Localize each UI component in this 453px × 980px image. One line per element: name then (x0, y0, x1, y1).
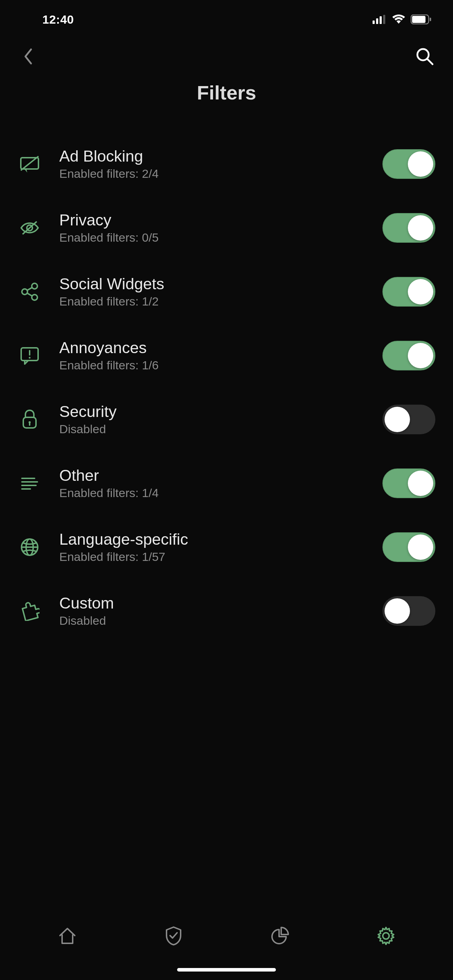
alert-bubble-icon (17, 344, 41, 368)
filter-subtitle: Enabled filters: 1/2 (59, 294, 382, 308)
toggle-ad-blocking[interactable] (382, 149, 436, 179)
cellular-icon (373, 15, 387, 24)
globe-icon (17, 535, 41, 559)
filter-title: Other (59, 466, 382, 485)
toggle-custom[interactable] (382, 596, 436, 626)
status-indicators (373, 14, 432, 24)
svg-line-17 (27, 293, 32, 296)
toggle-other[interactable] (382, 468, 436, 498)
pie-chart-icon (270, 927, 289, 945)
filter-title: Custom (59, 594, 382, 612)
toggle-language-specific[interactable] (382, 532, 436, 562)
svg-rect-3 (383, 15, 385, 24)
filter-subtitle: Disabled (59, 614, 382, 628)
gear-icon (376, 926, 396, 946)
toggle-privacy[interactable] (382, 213, 436, 243)
page-title: Filters (0, 81, 453, 104)
filter-subtitle: Enabled filters: 1/57 (59, 550, 382, 564)
lines-icon (17, 471, 41, 495)
svg-rect-2 (380, 16, 382, 24)
svg-point-13 (32, 283, 37, 289)
svg-point-14 (22, 289, 27, 294)
tab-bar (0, 913, 453, 980)
search-icon (416, 47, 434, 65)
filter-title: Security (59, 402, 382, 421)
toggle-annoyances[interactable] (382, 341, 436, 371)
battery-icon (411, 14, 432, 24)
filter-subtitle: Disabled (59, 422, 382, 436)
filter-list: Ad Blocking Enabled filters: 2/4 Privacy… (0, 136, 453, 647)
filter-row-custom[interactable]: Custom Disabled (17, 583, 436, 647)
lock-icon (17, 407, 41, 431)
svg-line-16 (27, 288, 32, 290)
tab-statistics[interactable] (267, 924, 292, 948)
home-indicator[interactable] (177, 968, 276, 972)
filter-title: Annoyances (59, 339, 382, 357)
search-button[interactable] (414, 46, 436, 67)
tab-protection[interactable] (161, 924, 186, 948)
filter-row-annoyances[interactable]: Annoyances Enabled filters: 1/6 (17, 328, 436, 391)
filter-subtitle: Enabled filters: 1/6 (59, 358, 382, 372)
nav-bar (0, 39, 453, 74)
status-bar: 12:40 (0, 0, 453, 39)
toggle-social-widgets[interactable] (382, 277, 436, 307)
tab-settings[interactable] (374, 924, 398, 948)
filter-title: Social Widgets (59, 275, 382, 293)
home-icon (58, 926, 77, 945)
wifi-icon (392, 14, 406, 24)
svg-rect-5 (412, 16, 426, 23)
ad-block-icon (17, 152, 41, 176)
filter-row-privacy[interactable]: Privacy Enabled filters: 0/5 (17, 200, 436, 264)
filter-title: Ad Blocking (59, 147, 382, 165)
back-button[interactable] (17, 46, 39, 67)
filter-row-social-widgets[interactable]: Social Widgets Enabled filters: 1/2 (17, 264, 436, 328)
svg-line-8 (428, 59, 432, 64)
filter-row-ad-blocking[interactable]: Ad Blocking Enabled filters: 2/4 (17, 136, 436, 200)
filter-subtitle: Enabled filters: 0/5 (59, 231, 382, 245)
shield-check-icon (164, 926, 183, 946)
tab-home[interactable] (55, 924, 80, 948)
svg-point-20 (29, 356, 31, 358)
filter-title: Privacy (59, 211, 382, 229)
svg-rect-1 (376, 18, 378, 24)
svg-rect-0 (373, 21, 375, 24)
svg-point-7 (417, 49, 429, 60)
share-icon (17, 280, 41, 304)
filter-subtitle: Enabled filters: 2/4 (59, 167, 382, 181)
svg-point-31 (383, 933, 389, 939)
status-time: 12:40 (42, 13, 74, 27)
filter-row-other[interactable]: Other Enabled filters: 1/4 (17, 455, 436, 519)
toggle-security[interactable] (382, 405, 436, 434)
chevron-left-icon (23, 48, 33, 65)
svg-point-15 (32, 294, 37, 300)
filter-title: Language-specific (59, 530, 382, 549)
filter-subtitle: Enabled filters: 1/4 (59, 486, 382, 500)
puzzle-icon (17, 599, 41, 623)
filter-row-language-specific[interactable]: Language-specific Enabled filters: 1/57 (17, 519, 436, 583)
filter-row-security[interactable]: Security Disabled (17, 391, 436, 455)
svg-rect-6 (430, 18, 431, 21)
privacy-icon (17, 216, 41, 240)
